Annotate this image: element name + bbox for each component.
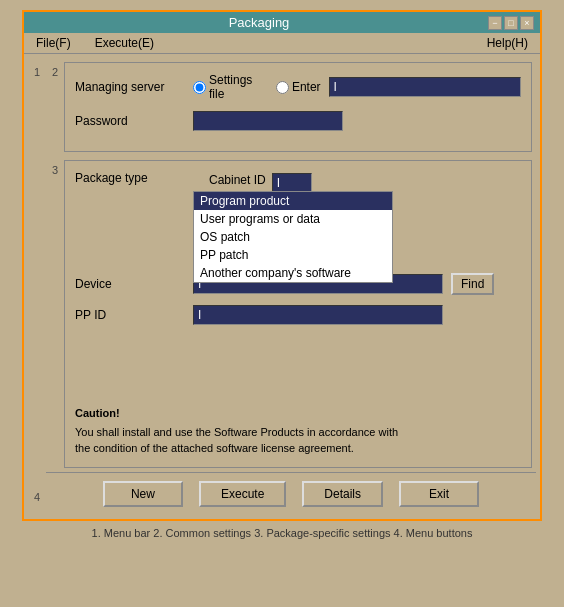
option-another-company[interactable]: Another company's software [194, 264, 392, 282]
radio-group: Settings file Enter [193, 73, 521, 101]
option-os-patch[interactable]: OS patch [194, 228, 392, 246]
maximize-button[interactable]: □ [504, 16, 518, 30]
ppid-input[interactable] [193, 305, 443, 325]
package-type-list: Program product User programs or data OS… [193, 191, 393, 283]
settings-file-label: Settings file [209, 73, 268, 101]
details-button[interactable]: Details [302, 481, 383, 507]
execute-button[interactable]: Execute [199, 481, 286, 507]
footer-note: 1. Menu bar 2. Common settings 3. Packag… [92, 527, 473, 539]
window-controls: − □ × [488, 16, 534, 30]
exit-button[interactable]: Exit [399, 481, 479, 507]
enter-radio-label[interactable]: Enter [276, 80, 321, 94]
settings-file-radio-label[interactable]: Settings file [193, 73, 268, 101]
menu-help[interactable]: Help(H) [483, 35, 532, 51]
menu-bar: File(F) Execute(E) Help(H) [24, 33, 540, 54]
menu-file[interactable]: File(F) [32, 35, 75, 51]
device-label: Device [75, 277, 185, 291]
close-button[interactable]: × [520, 16, 534, 30]
option-pp-patch[interactable]: PP patch [194, 246, 392, 264]
minimize-button[interactable]: − [488, 16, 502, 30]
section-number-2: 2 [46, 58, 64, 156]
cabinet-id-label: Cabinet ID [209, 173, 266, 187]
caution-line-2: the condition of the attached software l… [75, 440, 521, 457]
password-label: Password [75, 114, 185, 128]
package-settings-section: Package type Program product User progra… [64, 160, 532, 468]
password-row: Password [75, 111, 521, 131]
enter-radio[interactable] [276, 81, 289, 94]
enter-label: Enter [292, 80, 321, 94]
find-button[interactable]: Find [451, 273, 494, 295]
window-title: Packaging [30, 15, 488, 30]
managing-server-row: Managing server Settings file Enter [75, 73, 521, 101]
password-input[interactable] [193, 111, 343, 131]
caution-title: Caution! [75, 405, 521, 422]
option-user-programs[interactable]: User programs or data [194, 210, 392, 228]
settings-file-radio[interactable] [193, 81, 206, 94]
section-number-3: 3 [46, 156, 64, 472]
caution-box: Caution! You shall install and use the S… [75, 405, 521, 457]
cabinet-id-input[interactable] [272, 173, 312, 193]
main-window: Packaging − □ × File(F) Execute(E) Help(… [22, 10, 542, 521]
caution-line-1: You shall install and use the Software P… [75, 424, 521, 441]
ppid-row: PP ID [75, 305, 521, 325]
action-buttons: New Execute Details Exit [46, 472, 536, 515]
title-bar: Packaging − □ × [24, 12, 540, 33]
option-program-product[interactable]: Program product [194, 192, 392, 210]
section-number-1: 1 [28, 58, 46, 472]
ppid-label: PP ID [75, 308, 185, 322]
package-type-label: Package type [75, 171, 185, 185]
new-button[interactable]: New [103, 481, 183, 507]
managing-server-label: Managing server [75, 80, 185, 94]
package-type-row: Package type Program product User progra… [75, 171, 521, 193]
common-settings-section: Managing server Settings file Enter [64, 62, 532, 152]
managing-server-input[interactable] [329, 77, 521, 97]
menu-execute[interactable]: Execute(E) [91, 35, 158, 51]
section-number-4: 4 [28, 483, 46, 503]
